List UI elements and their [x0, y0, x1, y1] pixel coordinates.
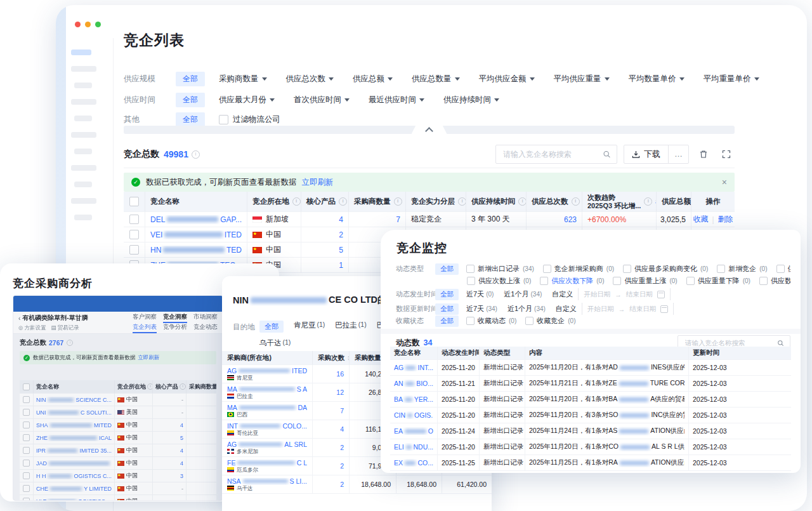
quick-range-option[interactable]: 近7天(0) [466, 289, 494, 299]
company-link[interactable]: NSAS LI... [227, 478, 307, 485]
company-link[interactable]: DELGAP... [150, 215, 242, 224]
delete-button[interactable] [695, 146, 712, 163]
company-link[interactable]: NINSCIENCE C... [36, 397, 112, 403]
row-checkbox[interactable] [23, 396, 30, 403]
info-icon[interactable] [292, 197, 301, 206]
filter-all-tag[interactable]: 全部 [176, 93, 205, 107]
filter-dropdown[interactable]: 供应持续时间 [443, 95, 499, 105]
col-header-purchase-times[interactable]: 采购次数 [313, 351, 350, 365]
custom-range-label[interactable]: 自定义 [556, 304, 577, 314]
col-header-total-times[interactable]: 供应总次数 [527, 192, 582, 212]
times-link[interactable]: 2 [340, 481, 344, 488]
company-link[interactable]: JAD [36, 460, 112, 467]
row-checkbox[interactable] [23, 447, 30, 454]
info-icon[interactable] [339, 197, 347, 206]
times-link[interactable]: 2 [340, 444, 344, 451]
company-link[interactable]: MADA [227, 404, 307, 411]
select-all-checkbox[interactable] [129, 197, 139, 206]
type-checkbox[interactable]: 供应次数上涨(0) [467, 276, 531, 286]
row-checkbox[interactable] [23, 472, 30, 479]
sidebar-item[interactable] [74, 149, 92, 154]
tab-customer-insight[interactable]: 客户洞察 [133, 313, 157, 323]
select-all-checkbox[interactable] [23, 383, 30, 390]
company-link[interactable]: HNTED [150, 246, 242, 255]
row-checkbox[interactable] [23, 498, 30, 501]
custom-range-label[interactable]: 自定义 [552, 289, 573, 299]
core-product-link[interactable]: 1 [339, 261, 343, 270]
company-link[interactable]: EAO [394, 427, 433, 435]
date-range-input[interactable]: 开始日期→结束日期 [582, 303, 674, 315]
filter-all-tag[interactable]: 全部 [435, 289, 459, 300]
company-link[interactable]: ELINDU... [394, 443, 433, 451]
sidebar-item[interactable] [74, 215, 92, 220]
row-checkbox[interactable] [23, 409, 30, 416]
company-link[interactable]: VEIITED [150, 230, 242, 239]
favorite-competitor-checkbox[interactable]: 收藏竞企(0) [525, 316, 575, 326]
trade-records-button[interactable]: 贸易记录 [51, 324, 79, 332]
company-link[interactable]: MAS A [227, 386, 307, 393]
window-zoom-button[interactable] [95, 22, 101, 27]
filter-dropdown[interactable]: 平均数量单价 [629, 74, 684, 84]
plan-settings-button[interactable]: 方案设置 [18, 324, 46, 332]
col-header-buyer-count[interactable]: 采购商数量 [349, 192, 406, 212]
row-checkbox[interactable] [129, 245, 139, 255]
type-checkbox[interactable]: 新增出口记录(34) [466, 264, 534, 274]
row-checkbox[interactable] [129, 215, 139, 224]
filter-dropdown[interactable]: 供应总额 [353, 74, 393, 84]
destination-all-tag[interactable]: 全部 [259, 321, 284, 333]
times-link[interactable]: 7 [340, 407, 344, 415]
sidebar-item-active[interactable] [71, 50, 91, 55]
filter-all-tag[interactable]: 全部 [176, 72, 205, 86]
type-checkbox[interactable]: 供应数量上涨(0) [759, 276, 790, 286]
type-checkbox[interactable]: 供应次数下降(0) [540, 276, 604, 286]
sidebar-item[interactable] [71, 198, 96, 204]
window-minimize-button[interactable] [85, 22, 91, 27]
filter-dropdown[interactable]: 平均供应金额 [479, 74, 535, 84]
sidebar-item[interactable] [74, 182, 92, 187]
type-checkbox[interactable]: 新增竞企(0) [717, 264, 767, 274]
destination-tab[interactable]: 乌干达(1) [259, 338, 291, 348]
subtab-competitor-list[interactable]: 竞企列表 [133, 323, 157, 333]
company-link[interactable]: AGITED [227, 368, 307, 375]
filter-all-tag[interactable]: 全部 [435, 315, 459, 327]
company-link[interactable]: UNIC SOLUTI... [36, 409, 112, 416]
times-link[interactable]: 4 [340, 425, 344, 433]
sidebar-item[interactable] [74, 116, 92, 121]
filter-dropdown[interactable]: 供应最大月份 [219, 95, 275, 105]
quick-range-option[interactable]: 近1个月(34) [504, 289, 542, 299]
company-link[interactable]: BAYER... [394, 395, 433, 403]
filter-all-tag[interactable]: 全部 [176, 112, 205, 127]
type-checkbox[interactable]: 供应重量上涨(0) [613, 276, 677, 286]
window-close-button[interactable] [75, 22, 81, 27]
filter-all-tag[interactable]: 全部 [435, 263, 459, 275]
company-link[interactable]: ANBIO... [394, 380, 433, 387]
destination-tab[interactable]: 肯尼亚(1) [294, 321, 325, 333]
type-checkbox[interactable]: 供应最多采购商变化(0) [623, 264, 708, 274]
company-link[interactable]: AGINT... [394, 364, 433, 371]
row-checkbox[interactable] [23, 421, 30, 428]
company-link[interactable]: FEC L [227, 460, 307, 467]
filter-dropdown[interactable]: 采购商数量 [219, 74, 267, 84]
close-icon[interactable] [722, 177, 727, 187]
company-link[interactable]: H HOGISTICS C... [36, 473, 112, 479]
row-checkbox[interactable] [23, 434, 30, 441]
quick-range-option[interactable]: 近7天(34) [466, 304, 497, 314]
more-options-button[interactable] [668, 145, 688, 163]
filter-dropdown[interactable]: 平均供应重量 [554, 74, 610, 84]
buyer-count-link[interactable]: 7 [396, 215, 400, 224]
filter-dropdown[interactable]: 供应总次数 [286, 74, 334, 84]
core-product-link[interactable]: 4 [339, 215, 343, 224]
sidebar-item[interactable] [71, 132, 96, 138]
search-icon[interactable] [603, 150, 611, 159]
sidebar-item[interactable] [71, 165, 96, 171]
row-checkbox[interactable] [23, 485, 30, 492]
favorite-link[interactable]: 收藏 [693, 214, 708, 225]
company-link[interactable]: ZHEICAL [36, 435, 112, 441]
row-checkbox[interactable] [23, 460, 30, 467]
fullscreen-button[interactable] [718, 146, 735, 163]
filter-dropdown[interactable]: 供应总数量 [412, 74, 460, 84]
tab-competitor-insight[interactable]: 竞企洞察 [163, 313, 187, 323]
col-header-trend[interactable]: 次数趋势2025Q3 环比增... [582, 192, 657, 212]
date-range-input[interactable]: 开始日期→结束日期 [578, 288, 671, 300]
type-checkbox[interactable]: 竞企新增采购商(0) [543, 264, 614, 274]
